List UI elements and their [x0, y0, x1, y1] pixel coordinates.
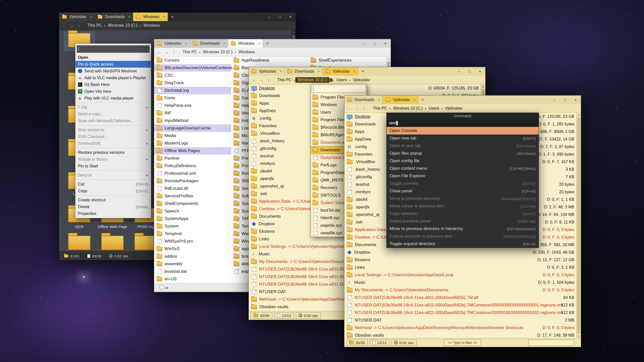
- scroll-up-icon[interactable]: ▲: [577, 113, 581, 117]
- file-row[interactable]: INF: [154, 109, 231, 117]
- context-menu-item[interactable]: Pin to Start ▸: [75, 163, 151, 169]
- file-row[interactable]: Offline Web Pages: [154, 147, 231, 155]
- file-row[interactable]: HelpPane.exe: [154, 102, 231, 109]
- command-item[interactable]: Close panel [Ctrl+W]: [387, 187, 539, 195]
- file-row[interactable]: Fonts: [154, 94, 231, 102]
- close-button[interactable]: ×: [285, 13, 296, 21]
- file-row[interactable]: Obsidian vaults D: 17, F: 149, 38 MB: [344, 332, 577, 338]
- scroll-up-icon[interactable]: ▲: [292, 30, 296, 34]
- command-item[interactable]: Move cursor to previous item [Ctrl+Up]: [387, 202, 539, 210]
- file-row[interactable]: ModemLogs: [154, 140, 231, 147]
- command-item[interactable]: Toggle preview [Ctrl+Q]: [387, 180, 539, 187]
- breadcrumb-segment[interactable]: Windows ▾ ▸: [236, 49, 257, 55]
- minimize-button[interactable]: –: [549, 96, 560, 104]
- titlebar[interactable]: Vjekoslav × Downloads × Vjekoslav × + – …: [249, 67, 485, 76]
- back-icon[interactable]: ←: [346, 105, 353, 111]
- breadcrumb-segment[interactable]: Windows 10 (C:) ▾ ▸: [106, 23, 141, 28]
- context-menu-item[interactable]: Send to ▸: [75, 172, 151, 178]
- file-row[interactable]: Music D: 0, F: 1, 504 bytes: [344, 279, 577, 286]
- file-row[interactable]: Professional.xml: [154, 170, 231, 177]
- file-row[interactable]: Speech: [154, 207, 231, 215]
- tab[interactable]: Downloads ×: [344, 96, 383, 104]
- command-item[interactable]: Open File Explorer: [387, 172, 539, 180]
- file-row[interactable]: System: [154, 222, 231, 230]
- command-item[interactable]: Extend selection to previous item [Shift…: [387, 233, 539, 240]
- tab-close-icon[interactable]: ×: [412, 98, 416, 102]
- minimize-button[interactable]: –: [264, 13, 274, 21]
- new-tab-button[interactable]: +: [263, 39, 272, 48]
- tab-close-icon[interactable]: ×: [127, 15, 130, 19]
- context-menu-item[interactable]: TortoiseSVN ▸: [75, 140, 151, 147]
- file-row[interactable]: assembly: [154, 260, 231, 268]
- context-menu-item[interactable]: Pin to Quick access ▸: [75, 61, 151, 68]
- context-menu-item[interactable]: ▸: [75, 147, 151, 149]
- file-row[interactable]: RtlExUpd.dll: [154, 185, 231, 192]
- tab[interactable]: Vjekoslav ×: [383, 96, 418, 104]
- context-menu-item[interactable]: Open Vim here ▸: [75, 88, 151, 95]
- file-row[interactable]: Panther: [154, 155, 231, 162]
- breadcrumb-segment[interactable]: Users ▾ ▸: [334, 77, 351, 83]
- titlebar[interactable]: Downloads × Vjekoslav × + – □ ×: [344, 96, 581, 104]
- command-search-input[interactable]: ope: [387, 119, 538, 127]
- new-tab-button[interactable]: +: [358, 67, 367, 76]
- maximize-button[interactable]: □: [464, 67, 475, 76]
- context-menu-item[interactable]: Add to VLC media player's Playlist ▸: [75, 74, 151, 81]
- file-row[interactable]: InputMethod: [154, 117, 231, 124]
- close-button[interactable]: ×: [475, 67, 485, 76]
- breadcrumb-segment[interactable]: Windows 10 (C:) ▾ ▸: [201, 49, 236, 55]
- file-row[interactable]: NTUSER.DAT{53b39e88-18c4-11ea-a811-000d3…: [344, 294, 577, 301]
- tab[interactable]: Downloads ×: [95, 13, 133, 21]
- maximize-button[interactable]: □: [370, 39, 380, 48]
- vertical-scrollbar[interactable]: ▲ ▼: [577, 113, 581, 338]
- file-row[interactable]: RemotePackages: [154, 177, 231, 185]
- breadcrumb-segment[interactable]: This PC ▾ ▸: [275, 77, 295, 83]
- breadcrumb-segment[interactable]: This PC ▾ ▸: [181, 49, 201, 55]
- forward-icon[interactable]: →: [164, 49, 170, 55]
- context-menu-item[interactable]: SVN Checkout... ▸: [75, 133, 151, 140]
- close-button[interactable]: ×: [570, 96, 581, 104]
- file-row[interactable]: AppReadiness: [231, 57, 308, 64]
- tab-close-icon[interactable]: ×: [162, 15, 165, 19]
- context-menu-item[interactable]: ▸: [75, 178, 151, 181]
- file-row[interactable]: en-US: [154, 275, 231, 283]
- context-menu-item[interactable]: ▸: [75, 124, 151, 126]
- breadcrumb-segment[interactable]: Windows ▾ ▸: [141, 23, 162, 28]
- context-menu-item[interactable]: 7-Zip ▸: [75, 104, 151, 111]
- context-menu-item[interactable]: Send a copy... ▸: [75, 111, 151, 117]
- file-row[interactable]: Dropbox D: 230, F: 1043, 46 GB: [344, 249, 577, 256]
- context-menu-filter-input[interactable]: [77, 45, 150, 53]
- context-menu-item[interactable]: ▸: [75, 194, 151, 197]
- scroll-up-icon[interactable]: ▲: [387, 57, 391, 61]
- context-menu-item[interactable]: Copy [Ctrl+C] ▸: [75, 188, 151, 194]
- scrollbar-thumb[interactable]: [577, 117, 580, 334]
- context-menu-item[interactable]: Restore previous versions ▸: [75, 149, 151, 156]
- new-tab-button[interactable]: +: [418, 96, 427, 104]
- context-menu-item[interactable]: Give access to ▸: [75, 126, 151, 133]
- context-menu-item[interactable]: Cut [Ctrl+X] ▸: [75, 181, 151, 188]
- file-row[interactable]: My Documents -> C:\Users\Vjekoslav\Docum…: [344, 286, 577, 294]
- tab[interactable]: Downloads ×: [190, 39, 228, 48]
- breadcrumb-segment[interactable]: Vjekoslav ▾ ▸: [443, 106, 464, 111]
- file-row[interactable]: Cursors: [154, 57, 231, 64]
- command-item[interactable]: Copy selection [Ctrl+C]: [387, 210, 539, 217]
- file-row[interactable]: BitLockerDiscoveryVolumeContents: [154, 64, 231, 72]
- file-row[interactable]: DiagTrack: [154, 79, 231, 87]
- context-menu-item[interactable]: ▸: [75, 102, 151, 104]
- forward-icon[interactable]: →: [68, 22, 75, 28]
- file-row[interactable]: WinSxS: [154, 245, 231, 253]
- up-icon[interactable]: ↑: [265, 77, 272, 83]
- back-icon[interactable]: ←: [156, 49, 163, 55]
- context-menu-item[interactable]: ▸: [75, 169, 151, 172]
- context-menu-item[interactable]: Delete [Delete] ▸: [75, 203, 151, 210]
- file-row[interactable]: NetHood -> C:\Users\Vjekoslav\AppData\Ro…: [344, 324, 577, 332]
- up-icon[interactable]: ↑: [171, 49, 177, 55]
- up-icon[interactable]: ↑: [76, 22, 82, 28]
- context-menu-item[interactable]: Scan with Microsoft Defender... ▸: [75, 117, 151, 124]
- file-row[interactable]: ShellComponents: [154, 200, 231, 207]
- breadcrumb-segment[interactable]: Windows 10 (C:) ▾ ▸: [391, 106, 427, 111]
- folder-grid-item[interactable]: [97, 235, 128, 251]
- maximize-button[interactable]: □: [274, 13, 285, 21]
- context-menu-item[interactable]: Open ▸: [75, 54, 151, 61]
- file-row[interactable]: WMSysPr9.prx: [154, 238, 231, 245]
- breadcrumb-segment[interactable]: Users ▾ ▸: [427, 106, 443, 111]
